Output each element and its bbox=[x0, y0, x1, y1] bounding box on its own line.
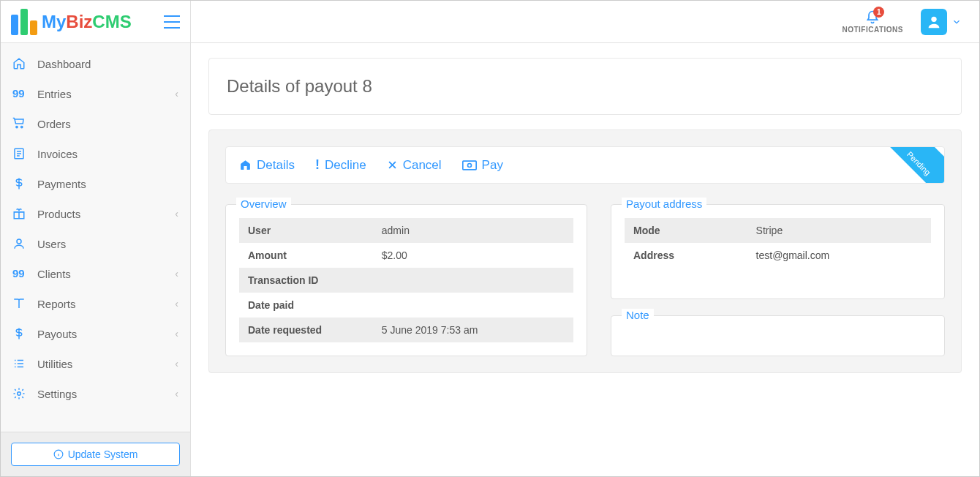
notifications-button[interactable]: 1 NOTIFICATIONS bbox=[842, 10, 903, 34]
sidebar-item-products[interactable]: Products ‹ bbox=[1, 199, 190, 229]
tabs-card: Details ! Decline Cancel Pay Pending bbox=[225, 146, 945, 184]
tab-decline[interactable]: ! Decline bbox=[315, 157, 366, 173]
tab-pay[interactable]: Pay bbox=[462, 158, 503, 173]
close-icon bbox=[387, 159, 398, 170]
chevron-left-icon: ‹ bbox=[175, 268, 178, 279]
list-icon bbox=[12, 357, 31, 370]
tab-details-label: Details bbox=[257, 158, 295, 173]
overview-fieldset: Overview Useradmin Amount$2.00 Transacti… bbox=[225, 204, 587, 356]
table-row: Addresstest@gmail.com bbox=[625, 243, 931, 268]
sidebar-item-orders[interactable]: Orders bbox=[1, 109, 190, 139]
sidebar-item-label: Settings bbox=[37, 388, 175, 400]
sidebar-item-label: Entries bbox=[37, 88, 175, 100]
tab-decline-label: Decline bbox=[325, 158, 366, 173]
row-label: Date requested bbox=[239, 318, 373, 342]
sidebar-item-entries[interactable]: 99 Entries ‹ bbox=[1, 79, 190, 109]
sidebar-item-utilities[interactable]: Utilities ‹ bbox=[1, 349, 190, 379]
payout-address-fieldset: Payout address ModeStripe Addresstest@gm… bbox=[611, 204, 945, 299]
row-label: User bbox=[239, 218, 373, 243]
row-value bbox=[373, 293, 573, 318]
main: 1 NOTIFICATIONS Details of payout 8 bbox=[191, 1, 979, 476]
table-row: ModeStripe bbox=[625, 218, 931, 243]
content: Details of payout 8 Details ! Decline Ca… bbox=[191, 43, 979, 476]
note-legend: Note bbox=[622, 309, 654, 321]
notifications-label: NOTIFICATIONS bbox=[842, 26, 903, 34]
bell-icon: 1 bbox=[865, 10, 880, 24]
row-label: Amount bbox=[239, 243, 373, 268]
tab-cancel-label: Cancel bbox=[403, 158, 442, 173]
svg-point-7 bbox=[931, 16, 936, 21]
sidebar-item-label: Orders bbox=[37, 118, 178, 130]
table-row: Date paid bbox=[239, 293, 573, 318]
row-value: $2.00 bbox=[373, 243, 573, 268]
sidebar-item-label: Payments bbox=[37, 178, 178, 190]
overview-table: Useradmin Amount$2.00 Transaction ID Dat… bbox=[239, 218, 573, 342]
brand-part-2: Biz bbox=[66, 12, 92, 32]
row-label: Transaction ID bbox=[239, 268, 373, 293]
svg-point-4 bbox=[17, 239, 21, 244]
note-fieldset: Note bbox=[611, 315, 945, 356]
overview-legend: Overview bbox=[236, 198, 291, 210]
payout-address-table: ModeStripe Addresstest@gmail.com bbox=[625, 218, 931, 268]
status-ribbon: Pending bbox=[881, 146, 945, 184]
num99-icon: 99 bbox=[12, 86, 31, 101]
money-icon bbox=[462, 160, 477, 170]
sidebar-item-label: Payouts bbox=[37, 328, 175, 340]
sidebar-item-label: Products bbox=[37, 208, 175, 220]
svg-rect-8 bbox=[462, 161, 475, 170]
svg-point-5 bbox=[18, 392, 21, 396]
chevron-left-icon: ‹ bbox=[175, 358, 178, 369]
sidebar-header: MyBizCMS bbox=[1, 1, 190, 43]
sidebar: MyBizCMS Dashboard 99 Entries ‹ Orders bbox=[1, 1, 191, 476]
sidebar-item-settings[interactable]: Settings ‹ bbox=[1, 379, 190, 409]
sidebar-item-label: Clients bbox=[37, 268, 175, 280]
sidebar-item-label: Reports bbox=[37, 298, 175, 310]
chevron-left-icon: ‹ bbox=[175, 298, 178, 309]
row-value: 5 June 2019 7:53 am bbox=[373, 318, 573, 342]
row-label: Mode bbox=[625, 218, 747, 243]
row-value: admin bbox=[373, 218, 573, 243]
menu-toggle-icon[interactable] bbox=[164, 15, 180, 29]
topbar: 1 NOTIFICATIONS bbox=[191, 1, 979, 43]
sidebar-item-users[interactable]: Users bbox=[1, 229, 190, 259]
table-row: Amount$2.00 bbox=[239, 243, 573, 268]
dollar-icon bbox=[12, 327, 31, 340]
gear-icon bbox=[12, 387, 31, 400]
user-menu[interactable] bbox=[921, 9, 962, 35]
exclaim-icon: ! bbox=[315, 157, 320, 173]
table-row: Transaction ID bbox=[239, 268, 573, 293]
book-icon bbox=[12, 297, 31, 310]
sidebar-item-label: Utilities bbox=[37, 358, 175, 370]
invoice-icon bbox=[12, 147, 31, 160]
tab-cancel[interactable]: Cancel bbox=[387, 158, 442, 173]
info-icon bbox=[53, 449, 64, 459]
num99-icon: 99 bbox=[12, 266, 31, 281]
row-label: Date paid bbox=[239, 293, 373, 318]
brand-part-3: CMS bbox=[92, 12, 131, 32]
svg-point-0 bbox=[16, 126, 18, 127]
svg-point-9 bbox=[467, 163, 471, 167]
row-value: Stripe bbox=[747, 218, 931, 243]
chevron-left-icon: ‹ bbox=[175, 208, 178, 219]
table-row: Useradmin bbox=[239, 218, 573, 243]
update-system-label: Update System bbox=[68, 448, 138, 460]
sidebar-item-invoices[interactable]: Invoices bbox=[1, 139, 190, 169]
row-value: test@gmail.com bbox=[747, 243, 931, 268]
tab-details[interactable]: Details bbox=[239, 158, 295, 173]
sidebar-item-clients[interactable]: 99 Clients ‹ bbox=[1, 259, 190, 289]
sidebar-item-payments[interactable]: Payments bbox=[1, 169, 190, 199]
sidebar-item-dashboard[interactable]: Dashboard bbox=[1, 49, 190, 79]
notification-count-badge: 1 bbox=[873, 7, 884, 18]
tab-pay-label: Pay bbox=[482, 158, 503, 173]
sidebar-item-label: Dashboard bbox=[37, 58, 178, 70]
sidebar-item-reports[interactable]: Reports ‹ bbox=[1, 289, 190, 319]
dollar-icon bbox=[12, 177, 31, 190]
home-icon bbox=[12, 57, 31, 70]
sidebar-item-label: Invoices bbox=[37, 148, 178, 160]
brand-logo[interactable]: MyBizCMS bbox=[11, 9, 132, 35]
cart-icon bbox=[12, 117, 31, 130]
update-system-button[interactable]: Update System bbox=[11, 443, 180, 466]
page-title: Details of payout 8 bbox=[208, 58, 962, 115]
sidebar-item-payouts[interactable]: Payouts ‹ bbox=[1, 319, 190, 349]
chevron-left-icon: ‹ bbox=[175, 88, 178, 99]
